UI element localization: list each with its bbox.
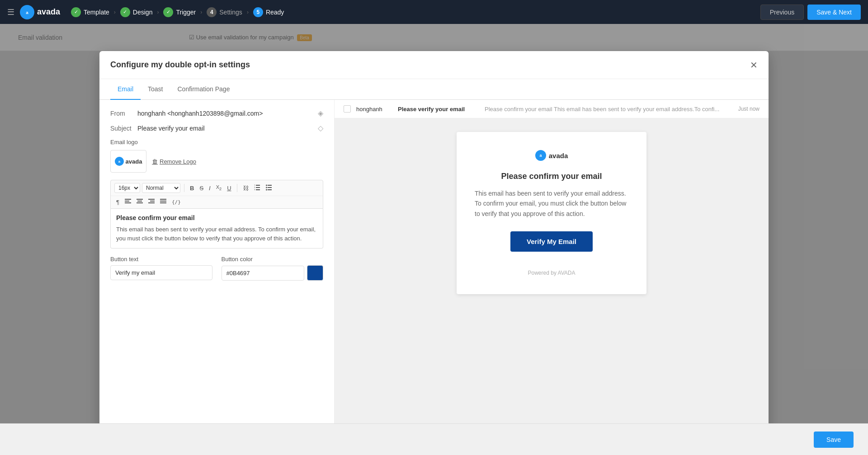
logo-text: avada — [37, 7, 60, 17]
chevron-icon-4: › — [247, 9, 249, 15]
step-settings-label: Settings — [219, 9, 242, 16]
save-next-button[interactable]: Save & Next — [807, 5, 861, 20]
step-design-label: Design — [133, 9, 153, 16]
brand-logo: a avada — [20, 5, 60, 19]
step-settings-icon: 4 — [207, 7, 217, 17]
previous-button[interactable]: Previous — [760, 5, 804, 20]
top-navbar: ☰ a avada ✓ Template › ✓ Design › ✓ Trig… — [0, 0, 868, 24]
chevron-icon-2: › — [157, 9, 159, 15]
step-template-label: Template — [84, 9, 109, 16]
chevron-icon-1: › — [114, 9, 116, 15]
step-trigger-icon: ✓ — [163, 7, 173, 17]
step-template[interactable]: ✓ Template — [71, 7, 109, 17]
chevron-icon-3: › — [200, 9, 202, 15]
step-settings[interactable]: 4 Settings — [207, 7, 242, 17]
step-ready-icon: 5 — [253, 7, 263, 17]
svg-text:a: a — [26, 9, 28, 14]
step-ready-label: Ready — [266, 9, 284, 16]
modal-overlay: Configure my double opt-in settings ✕ Em… — [0, 24, 868, 51]
step-design[interactable]: ✓ Design — [120, 7, 153, 17]
step-design-icon: ✓ — [120, 7, 130, 17]
step-trigger-label: Trigger — [176, 9, 196, 16]
nav-actions: Previous Save & Next — [760, 5, 861, 20]
step-ready[interactable]: 5 Ready — [253, 7, 284, 17]
logo-icon: a — [20, 5, 34, 19]
hamburger-icon[interactable]: ☰ — [7, 7, 14, 17]
step-trigger[interactable]: ✓ Trigger — [163, 7, 196, 17]
wizard-steps: ✓ Template › ✓ Design › ✓ Trigger › 4 Se… — [71, 7, 760, 17]
step-template-icon: ✓ — [71, 7, 81, 17]
